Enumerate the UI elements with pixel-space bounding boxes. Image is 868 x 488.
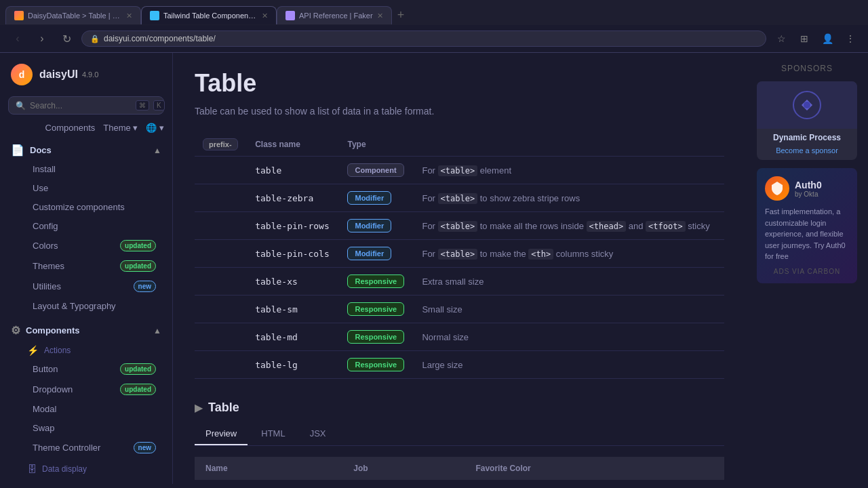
url-input-area[interactable]: 🔒 daisyui.com/components/table/ [81,30,766,47]
components-section-header[interactable]: ⚙ Components ▲ [0,316,172,340]
sidebar-item-config-label: Config [33,221,58,231]
sidebar-search-box[interactable]: 🔍 ⌘ K [8,96,164,115]
sidebar-item-install-label: Install [33,164,56,174]
table-row: table-md Responsive Normal size [195,323,724,351]
table-row: table-sm Responsive Small size [195,296,724,323]
sidebar-item-dropdown[interactable]: Dropdown updated [5,380,167,399]
sidebar-item-themes[interactable]: Themes updated [5,256,167,276]
browser-tab-3[interactable]: API Reference | Faker ✕ [277,6,392,24]
row-desc-pincols: For <table> to make the <th> columns sti… [422,249,613,259]
dynamic-process-name: Dynamic Process [757,129,857,146]
logo-text: daisyUI 4.9.0 [39,68,98,81]
browser-tabs-bar: DaisyDataTable > Table | His... ✕ Tailwi… [0,0,868,25]
ref-table-header-classname: Class name [247,133,339,157]
preview-data-table: Name Job Favorite Color [195,457,724,480]
row-type-sm: Responsive [347,302,404,316]
sidebar-item-customize[interactable]: Customize components [5,198,167,216]
forward-button[interactable]: › [33,29,52,48]
search-input[interactable] [30,101,132,110]
sidebar-item-use-label: Use [33,183,48,193]
tab-favicon-2 [150,11,159,20]
page-title: Table [195,69,724,98]
preview-section-header: ▶ Table [195,401,724,415]
nav-lang-link[interactable]: 🌐 ▾ [146,123,164,133]
sidebar-item-utilities[interactable]: Utilities new [5,277,167,296]
row-prefix-pincols [195,240,247,268]
sidebar-item-dropdown-badge: updated [120,384,156,395]
row-classname-pinrows: table-pin-rows [255,221,330,231]
sidebar-item-theme-controller[interactable]: Theme Controller new [5,438,167,458]
ref-table-header-desc [414,133,724,157]
tab-close-1[interactable]: ✕ [126,12,132,20]
docs-section-header[interactable]: 📄 Docs ▲ [0,138,172,159]
search-icon: 🔍 [16,101,26,110]
profile-icon[interactable]: 👤 [818,29,837,48]
row-desc-zebra: For <table> to show zebra stripe rows [422,193,580,203]
sidebar-item-install[interactable]: Install [5,160,167,178]
browser-tab-2[interactable]: Tailwind Table Component - ... ✕ [141,6,277,24]
tab-favicon-3 [285,11,295,20]
nav-theme-link[interactable]: Theme ▾ [103,123,138,133]
star-bookmark-icon[interactable]: ☆ [772,29,791,48]
row-type-zebra: Modifier [347,191,391,205]
row-classname-pincols: table-pin-cols [255,249,330,259]
components-section-label-area: ⚙ Components [11,324,79,337]
dynamic-process-logo-svg [791,89,823,121]
table-row: table-lg Responsive Large size [195,351,724,379]
sidebar-item-utilities-label: Utilities [33,281,61,291]
tab-close-3[interactable]: ✕ [377,12,383,20]
tab-jsx[interactable]: JSX [299,423,337,445]
sidebar-item-button[interactable]: Button updated [5,359,167,379]
sidebar-item-themes-label: Themes [33,261,64,271]
browser-header-actions: ☆ ⊞ 👤 ⋮ [772,29,860,48]
sidebar-item-colors[interactable]: Colors updated [5,236,167,256]
logo-area: d daisyUI 4.9.0 [0,61,172,96]
search-kbd-cmd: ⌘ [136,100,149,110]
tab-title-3: API Reference | Faker [299,12,373,20]
section-collapse-icon[interactable]: ▶ [195,401,203,414]
reference-table: prefix- Class name Type table Component … [195,133,724,379]
sidebar-item-button-badge: updated [120,363,156,375]
sidebar-item-accordion-label: Accordion [33,482,72,484]
settings-icon[interactable]: ⋮ [841,29,860,48]
logo-text-area: daisyUI 4.9.0 [39,68,98,81]
search-kbd-k: K [153,100,165,110]
auth0-logo-svg [769,180,785,197]
table-row: table Component For <table> element [195,157,724,184]
row-prefix-md [195,323,247,351]
sidebar-item-swap[interactable]: Swap [5,419,167,437]
sidebar-item-accordion[interactable]: Accordion [5,478,167,484]
row-desc-sm: Small size [422,304,462,314]
nav-components-link[interactable]: Components [45,123,96,133]
docs-section-label-area: 📄 Docs [11,144,52,157]
extensions-icon[interactable]: ⊞ [795,29,814,48]
docs-section-icon: 📄 [11,144,24,157]
prefix-badge: prefix- [203,138,238,150]
ads-via-carbon-label: ADS VIA CARBON [765,268,849,275]
row-desc-pinrows: For <table> to make all the rows inside … [422,221,709,231]
sidebar-item-config[interactable]: Config [5,217,167,235]
tab-title-2: Tailwind Table Component - ... [163,12,258,20]
tab-html[interactable]: HTML [250,423,296,445]
top-nav-bar: Components Theme ▾ 🌐 ▾ [0,123,172,138]
refresh-button[interactable]: ↻ [57,29,76,48]
sidebar-item-themes-badge: updated [120,260,156,272]
row-type-md: Responsive [347,330,404,344]
sidebar-item-use[interactable]: Use [5,179,167,197]
page-description: Table can be used to show a list of data… [195,106,724,117]
new-tab-button[interactable]: + [392,5,410,25]
become-sponsor-link[interactable]: Become a sponsor [757,146,857,160]
components-section-icon: ⚙ [11,324,20,337]
preview-header-color: Favorite Color [465,457,724,480]
sidebar-item-modal[interactable]: Modal [5,400,167,418]
sidebar-item-layout[interactable]: Layout & Typography [5,297,167,315]
tab-preview[interactable]: Preview [195,423,248,445]
row-desc-md: Normal size [422,332,469,342]
components-chevron-icon: ▲ [153,326,161,336]
back-button[interactable]: ‹ [8,29,27,48]
browser-tab-1[interactable]: DaisyDataTable > Table | His... ✕ [5,6,141,24]
main-content: Table Table can be used to show a list o… [173,53,746,484]
tab-close-2[interactable]: ✕ [262,12,268,20]
row-classname-table: table [255,165,281,176]
browser-chrome: DaisyDataTable > Table | His... ✕ Tailwi… [0,0,868,53]
